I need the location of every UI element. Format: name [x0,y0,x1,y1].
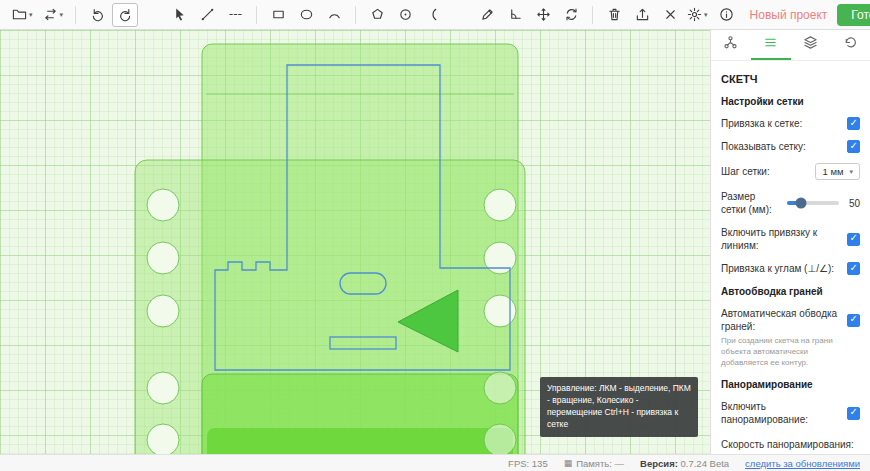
chevron-down-icon: ▾ [849,168,853,176]
sync-icon [564,7,579,22]
undo-button[interactable] [84,3,110,27]
memory-text: Память: — [576,458,624,469]
snap-to-grid-label: Привязка к сетке: [721,117,841,130]
import-export-icon [43,7,58,22]
caret-down-icon: ▾ [704,11,708,19]
snap-to-angles-checkbox[interactable] [847,262,860,275]
toolbar-sep [592,6,593,24]
canvas-viewport[interactable]: Управление: ЛКМ - выделение, ПКМ - враще… [0,30,710,454]
dashed-line-icon [228,7,243,22]
toolbar-tools: ▾▾ [8,3,683,27]
grid-size-slider[interactable] [787,201,839,205]
tab-layers[interactable] [791,30,831,60]
move-icon [536,7,551,22]
setting-snap-to-grid: Привязка к сетке: [721,117,860,130]
sketch-settings-panel: СКЕТЧ Настройки сетки Привязка к сетке: … [711,61,870,471]
status-bar: FPS: 135 ▦ Память: — Версия: 0.7.24 Beta… [0,454,870,471]
info-icon [719,7,734,22]
pen-icon [480,7,495,22]
arc-tool-button[interactable] [321,3,347,27]
toolbar: ▾▾ ▾ Новый проект Готов [0,0,870,30]
grid-size-value: 50 [846,198,860,209]
polygon-tool-button[interactable] [364,3,390,27]
snap-to-lines-checkbox[interactable] [847,233,860,246]
toolbar-sep [75,6,76,24]
rectangle-tool-button[interactable] [265,3,291,27]
folder-open-icon [12,7,27,22]
edit-tool-button[interactable] [474,3,500,27]
grid-section-heading: Настройки сетки [721,96,860,107]
snap-to-lines-label: Включить привязку к линиям: [721,226,841,252]
polygon-icon [370,7,385,22]
tab-structure[interactable] [711,30,751,60]
settings-button[interactable]: ▾ [683,3,712,27]
setting-snap-to-angles: Привязка к углам (⊥/∠): [721,262,860,275]
memory-indicator: ▦ Память: — [564,458,624,469]
model-part[interactable] [135,44,525,454]
enable-pan-checkbox[interactable] [847,407,860,420]
angle-icon [508,7,523,22]
history-icon [843,35,858,54]
rectangle-icon [271,7,286,22]
auto-outline-checkbox[interactable] [847,314,860,327]
toolbar-right-tools: ▾ [683,3,740,27]
caret-down-icon: ▾ [60,11,64,19]
layers-icon [803,35,818,54]
version-label: Версия: [640,458,678,469]
done-button[interactable]: Готов [837,4,870,26]
arc-open-tool-button[interactable] [420,3,446,27]
upload-icon [635,7,650,22]
move-tool-button[interactable] [530,3,556,27]
show-grid-checkbox[interactable] [847,140,860,153]
line-icon [200,7,215,22]
version-value: 0.7.24 Beta [681,458,730,469]
open-project-button[interactable]: ▾ [8,3,37,27]
redo-button[interactable] [112,3,138,27]
redo-icon [118,7,133,22]
circle-tool-button[interactable] [392,3,418,27]
toolbar-sep [256,6,257,24]
tab-history[interactable] [830,30,870,60]
fps-counter: FPS: 135 [508,458,548,469]
toolbar-sep [355,6,356,24]
sidebar-tabs [711,30,870,61]
toolbar-right: ▾ Новый проект Готов [683,3,870,27]
outline-section-heading: Автообводка граней [721,286,860,297]
measure-tool-button[interactable] [502,3,528,27]
show-grid-label: Показывать сетку: [721,140,841,153]
delete-button[interactable] [601,3,627,27]
cursor-icon [172,7,187,22]
grid-size-label: Размер сетки (мм): [721,190,779,216]
version-info: Версия: 0.7.24 Beta [640,458,729,469]
sidebar-panel: СКЕТЧ Настройки сетки Привязка к сетке: … [710,30,870,454]
setting-grid-step: Шаг сетки: 1 мм ▾ [721,163,860,180]
auto-outline-label: Автоматическая обводка граней: [721,307,841,333]
circle-center-icon [398,7,413,22]
info-button[interactable] [714,3,740,27]
line-tool-button[interactable] [194,3,220,27]
memory-icon: ▦ [564,458,573,468]
export-sketch-button[interactable] [629,3,655,27]
enable-pan-label: Включить панорамирование: [721,400,841,426]
panel-title: СКЕТЧ [721,73,860,85]
snap-to-angles-label: Привязка к углам (⊥/∠): [721,262,841,275]
setting-grid-size: Размер сетки (мм): 50 [721,190,860,216]
import-export-button[interactable]: ▾ [39,3,68,27]
setting-enable-pan: Включить панорамирование: [721,400,860,426]
ellipse-tool-button[interactable] [293,3,319,27]
construction-line-tool-button[interactable] [222,3,248,27]
undo-icon [90,7,105,22]
tab-properties[interactable] [751,30,791,60]
updates-link[interactable]: следить за обновлениями [745,458,860,469]
grid-step-select[interactable]: 1 мм ▾ [815,163,860,180]
gear-icon [687,7,702,22]
setting-show-grid: Показывать сетку: [721,140,860,153]
close-sketch-button[interactable] [657,3,683,27]
select-tool-button[interactable] [166,3,192,27]
transform-tool-button[interactable] [558,3,584,27]
new-project-button[interactable]: Новый проект [750,8,828,22]
grid-step-value: 1 мм [822,166,843,177]
properties-list-icon [763,35,778,54]
snap-to-grid-checkbox[interactable] [847,117,860,130]
controls-tooltip: Управление: ЛКМ - выделение, ПКМ - враще… [540,377,698,437]
